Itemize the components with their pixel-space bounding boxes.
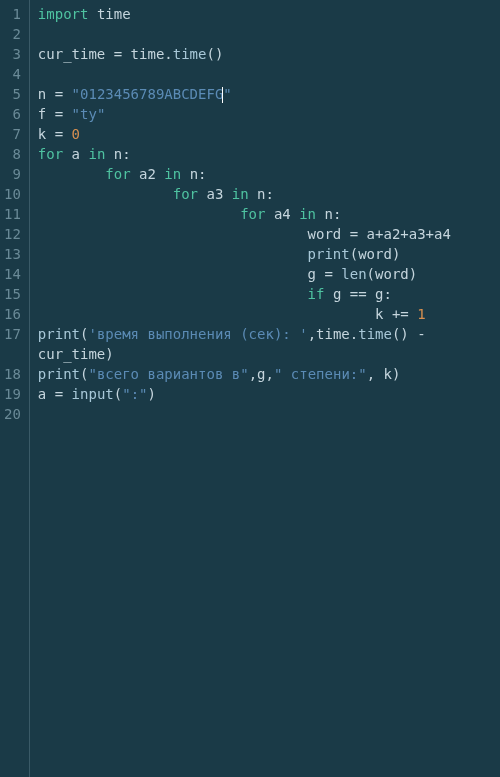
code-line[interactable]: for a in n:	[38, 144, 500, 164]
line-number: 8	[4, 144, 21, 164]
line-number: 11	[4, 204, 21, 224]
line-number: 9	[4, 164, 21, 184]
line-number: 16	[4, 304, 21, 324]
code-line[interactable]: for a2 in n:	[38, 164, 500, 184]
line-number: 3	[4, 44, 21, 64]
code-line[interactable]: for a3 in n:	[38, 184, 500, 204]
line-number: 15	[4, 284, 21, 304]
line-number: 13	[4, 244, 21, 264]
line-number: 2	[4, 24, 21, 44]
code-line[interactable]: for a4 in n:	[38, 204, 500, 224]
line-number: 14	[4, 264, 21, 284]
code-line[interactable]: cur_time)	[38, 344, 500, 364]
code-line[interactable]: n = "0123456789ABCDEFG"	[38, 84, 500, 104]
code-line[interactable]: print(word)	[38, 244, 500, 264]
line-number: 4	[4, 64, 21, 84]
code-line[interactable]: if g == g:	[38, 284, 500, 304]
line-number	[4, 344, 21, 364]
code-line[interactable]	[38, 404, 500, 424]
code-line[interactable]: print("всего вариантов в",g," степени:",…	[38, 364, 500, 384]
line-number: 17	[4, 324, 21, 344]
code-editor[interactable]: 1 2 3 4 5 6 7 8 9 10 11 12 13 14 15 16 1…	[0, 0, 500, 777]
code-line[interactable]: k = 0	[38, 124, 500, 144]
code-line[interactable]: k += 1	[38, 304, 500, 324]
line-number-gutter: 1 2 3 4 5 6 7 8 9 10 11 12 13 14 15 16 1…	[0, 0, 30, 777]
code-line[interactable]: import time	[38, 4, 500, 24]
code-area[interactable]: import time cur_time = time.time() n = "…	[30, 0, 500, 777]
code-line[interactable]: word = a+a2+a3+a4	[38, 224, 500, 244]
code-line[interactable]: g = len(word)	[38, 264, 500, 284]
line-number: 19	[4, 384, 21, 404]
code-line[interactable]: print('время выполнения (сек): ',time.ti…	[38, 324, 500, 344]
code-line[interactable]	[38, 64, 500, 84]
code-line[interactable]: a = input(":")	[38, 384, 500, 404]
line-number: 18	[4, 364, 21, 384]
line-number: 7	[4, 124, 21, 144]
line-number: 1	[4, 4, 21, 24]
line-number: 10	[4, 184, 21, 204]
code-line[interactable]: f = "ty"	[38, 104, 500, 124]
line-number: 20	[4, 404, 21, 424]
code-line[interactable]	[38, 24, 500, 44]
line-number: 5	[4, 84, 21, 104]
line-number: 12	[4, 224, 21, 244]
code-line[interactable]: cur_time = time.time()	[38, 44, 500, 64]
line-number: 6	[4, 104, 21, 124]
